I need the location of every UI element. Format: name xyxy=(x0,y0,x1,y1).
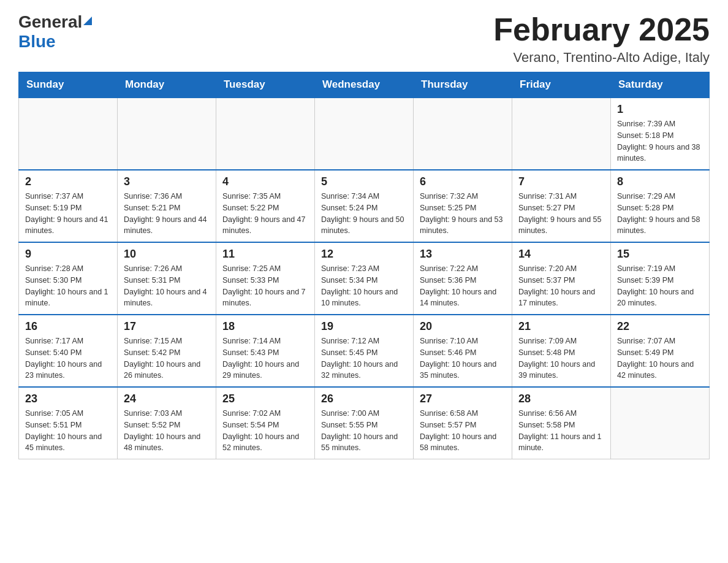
day-info: Sunrise: 7:19 AMSunset: 5:39 PMDaylight:… xyxy=(617,263,703,309)
calendar-cell: 15Sunrise: 7:19 AMSunset: 5:39 PMDayligh… xyxy=(611,242,710,315)
day-number: 21 xyxy=(518,320,604,333)
week-row-2: 2Sunrise: 7:37 AMSunset: 5:19 PMDaylight… xyxy=(19,170,710,242)
calendar-cell: 6Sunrise: 7:32 AMSunset: 5:25 PMDaylight… xyxy=(414,170,512,242)
calendar-cell: 17Sunrise: 7:15 AMSunset: 5:42 PMDayligh… xyxy=(118,315,216,387)
day-info: Sunrise: 7:31 AMSunset: 5:27 PMDaylight:… xyxy=(518,191,604,237)
calendar-cell: 16Sunrise: 7:17 AMSunset: 5:40 PMDayligh… xyxy=(19,315,118,387)
location-title: Verano, Trentino-Alto Adige, Italy xyxy=(493,50,710,66)
day-number: 17 xyxy=(124,320,210,333)
day-info: Sunrise: 7:26 AMSunset: 5:31 PMDaylight:… xyxy=(124,263,210,309)
day-info: Sunrise: 7:17 AMSunset: 5:40 PMDaylight:… xyxy=(25,335,111,381)
day-number: 19 xyxy=(321,320,407,333)
page-header: General Blue February 2025 Verano, Trent… xyxy=(18,12,710,66)
col-header-thursday: Thursday xyxy=(414,72,512,98)
week-row-1: 1Sunrise: 7:39 AMSunset: 5:18 PMDaylight… xyxy=(19,98,710,170)
day-number: 15 xyxy=(617,248,703,261)
day-info: Sunrise: 7:29 AMSunset: 5:28 PMDaylight:… xyxy=(617,191,703,237)
day-info: Sunrise: 7:02 AMSunset: 5:54 PMDaylight:… xyxy=(222,408,308,454)
calendar-cell: 28Sunrise: 6:56 AMSunset: 5:58 PMDayligh… xyxy=(512,387,611,459)
day-info: Sunrise: 7:36 AMSunset: 5:21 PMDaylight:… xyxy=(124,191,210,237)
calendar-cell: 8Sunrise: 7:29 AMSunset: 5:28 PMDaylight… xyxy=(611,170,710,242)
day-info: Sunrise: 6:58 AMSunset: 5:57 PMDaylight:… xyxy=(420,408,506,454)
calendar-cell: 4Sunrise: 7:35 AMSunset: 5:22 PMDaylight… xyxy=(216,170,315,242)
col-header-monday: Monday xyxy=(118,72,216,98)
week-row-3: 9Sunrise: 7:28 AMSunset: 5:30 PMDaylight… xyxy=(19,242,710,315)
calendar-cell xyxy=(611,387,710,459)
calendar-cell: 13Sunrise: 7:22 AMSunset: 5:36 PMDayligh… xyxy=(414,242,512,315)
day-info: Sunrise: 6:56 AMSunset: 5:58 PMDaylight:… xyxy=(518,408,604,454)
day-info: Sunrise: 7:28 AMSunset: 5:30 PMDaylight:… xyxy=(25,263,111,309)
col-header-friday: Friday xyxy=(512,72,611,98)
day-number: 5 xyxy=(321,175,407,188)
day-info: Sunrise: 7:34 AMSunset: 5:24 PMDaylight:… xyxy=(321,191,407,237)
day-number: 12 xyxy=(321,248,407,261)
day-info: Sunrise: 7:32 AMSunset: 5:25 PMDaylight:… xyxy=(420,191,506,237)
day-info: Sunrise: 7:35 AMSunset: 5:22 PMDaylight:… xyxy=(222,191,308,237)
day-number: 13 xyxy=(420,248,506,261)
day-number: 20 xyxy=(420,320,506,333)
title-block: February 2025 Verano, Trentino-Alto Adig… xyxy=(493,12,710,66)
day-number: 28 xyxy=(518,393,604,405)
calendar-cell: 14Sunrise: 7:20 AMSunset: 5:37 PMDayligh… xyxy=(512,242,611,315)
svg-marker-0 xyxy=(83,17,92,25)
day-number: 26 xyxy=(321,393,407,405)
calendar-cell xyxy=(216,98,315,170)
day-number: 24 xyxy=(124,393,210,405)
calendar-cell: 22Sunrise: 7:07 AMSunset: 5:49 PMDayligh… xyxy=(611,315,710,387)
calendar-cell xyxy=(118,98,216,170)
logo: General Blue xyxy=(18,12,93,52)
calendar-cell: 26Sunrise: 7:00 AMSunset: 5:55 PMDayligh… xyxy=(315,387,414,459)
calendar-table: SundayMondayTuesdayWednesdayThursdayFrid… xyxy=(18,72,710,459)
calendar-cell: 19Sunrise: 7:12 AMSunset: 5:45 PMDayligh… xyxy=(315,315,414,387)
calendar-cell: 10Sunrise: 7:26 AMSunset: 5:31 PMDayligh… xyxy=(118,242,216,315)
logo-general-text: General xyxy=(18,12,82,32)
day-number: 22 xyxy=(617,320,703,333)
day-number: 16 xyxy=(25,320,111,333)
day-number: 7 xyxy=(518,175,604,188)
day-info: Sunrise: 7:25 AMSunset: 5:33 PMDaylight:… xyxy=(222,263,308,309)
day-info: Sunrise: 7:03 AMSunset: 5:52 PMDaylight:… xyxy=(124,408,210,454)
day-number: 10 xyxy=(124,248,210,261)
day-info: Sunrise: 7:14 AMSunset: 5:43 PMDaylight:… xyxy=(222,335,308,381)
calendar-cell: 27Sunrise: 6:58 AMSunset: 5:57 PMDayligh… xyxy=(414,387,512,459)
calendar-cell: 21Sunrise: 7:09 AMSunset: 5:48 PMDayligh… xyxy=(512,315,611,387)
logo-blue-text: Blue xyxy=(18,32,56,51)
day-info: Sunrise: 7:00 AMSunset: 5:55 PMDaylight:… xyxy=(321,408,407,454)
day-number: 4 xyxy=(222,175,308,188)
week-row-5: 23Sunrise: 7:05 AMSunset: 5:51 PMDayligh… xyxy=(19,387,710,459)
calendar-cell: 25Sunrise: 7:02 AMSunset: 5:54 PMDayligh… xyxy=(216,387,315,459)
calendar-cell: 5Sunrise: 7:34 AMSunset: 5:24 PMDaylight… xyxy=(315,170,414,242)
calendar-cell: 23Sunrise: 7:05 AMSunset: 5:51 PMDayligh… xyxy=(19,387,118,459)
calendar-cell: 24Sunrise: 7:03 AMSunset: 5:52 PMDayligh… xyxy=(118,387,216,459)
calendar-cell: 9Sunrise: 7:28 AMSunset: 5:30 PMDaylight… xyxy=(19,242,118,315)
day-info: Sunrise: 7:39 AMSunset: 5:18 PMDaylight:… xyxy=(617,118,703,164)
day-number: 23 xyxy=(25,393,111,405)
day-number: 3 xyxy=(124,175,210,188)
calendar-cell: 18Sunrise: 7:14 AMSunset: 5:43 PMDayligh… xyxy=(216,315,315,387)
day-info: Sunrise: 7:07 AMSunset: 5:49 PMDaylight:… xyxy=(617,335,703,381)
col-header-wednesday: Wednesday xyxy=(315,72,414,98)
day-number: 11 xyxy=(222,248,308,261)
calendar-cell: 20Sunrise: 7:10 AMSunset: 5:46 PMDayligh… xyxy=(414,315,512,387)
calendar-cell: 1Sunrise: 7:39 AMSunset: 5:18 PMDaylight… xyxy=(611,98,710,170)
calendar-cell: 7Sunrise: 7:31 AMSunset: 5:27 PMDaylight… xyxy=(512,170,611,242)
calendar-cell: 12Sunrise: 7:23 AMSunset: 5:34 PMDayligh… xyxy=(315,242,414,315)
day-info: Sunrise: 7:09 AMSunset: 5:48 PMDaylight:… xyxy=(518,335,604,381)
month-title: February 2025 xyxy=(493,12,710,47)
calendar-cell xyxy=(19,98,118,170)
day-number: 1 xyxy=(617,103,703,116)
day-info: Sunrise: 7:15 AMSunset: 5:42 PMDaylight:… xyxy=(124,335,210,381)
day-number: 27 xyxy=(420,393,506,405)
day-number: 8 xyxy=(617,175,703,188)
col-header-saturday: Saturday xyxy=(611,72,710,98)
day-info: Sunrise: 7:10 AMSunset: 5:46 PMDaylight:… xyxy=(420,335,506,381)
calendar-cell xyxy=(315,98,414,170)
col-header-sunday: Sunday xyxy=(19,72,118,98)
week-row-4: 16Sunrise: 7:17 AMSunset: 5:40 PMDayligh… xyxy=(19,315,710,387)
calendar-cell xyxy=(414,98,512,170)
day-number: 9 xyxy=(25,248,111,261)
calendar-cell: 2Sunrise: 7:37 AMSunset: 5:19 PMDaylight… xyxy=(19,170,118,242)
day-info: Sunrise: 7:37 AMSunset: 5:19 PMDaylight:… xyxy=(25,191,111,237)
day-info: Sunrise: 7:22 AMSunset: 5:36 PMDaylight:… xyxy=(420,263,506,309)
day-number: 14 xyxy=(518,248,604,261)
